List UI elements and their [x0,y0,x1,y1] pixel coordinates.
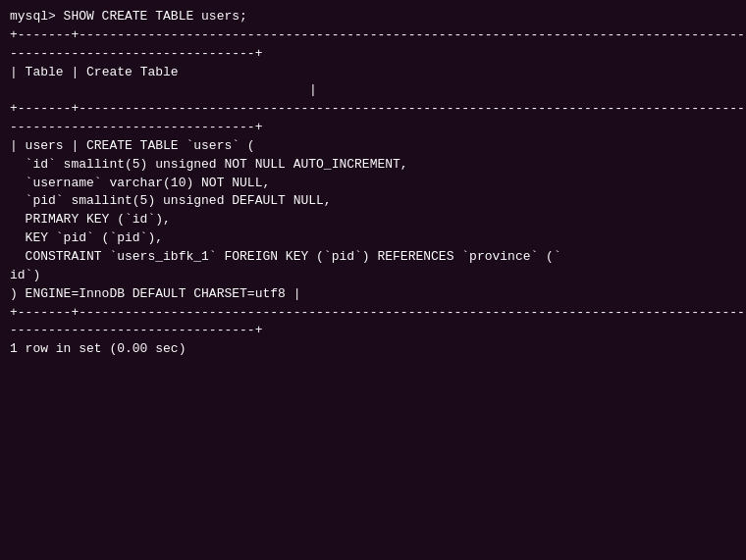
data-row-4: `pid` smallint(5) unsigned DEFAULT NULL, [10,192,736,211]
data-row-2: `id` smallint(5) unsigned NOT NULL AUTO_… [10,156,736,175]
table-header-row: | Table | Create Table | [10,64,736,82]
sep-line-5: +-------+-------------------------------… [10,100,736,119]
terminal-window: mysql> SHOW CREATE TABLE users; +-------… [0,0,746,560]
col-table-label: Table [26,65,64,79]
result-count: 1 row in set (0.00 sec) [10,340,736,359]
data-row-6: KEY `pid` (`pid`), [10,229,736,248]
sep-line-9: +-------+-------------------------------… [10,304,736,323]
sep-line-8: --------------------------------+ [10,119,736,137]
sep-line-1: +-------+-------------------------------… [10,26,736,45]
data-row-1: | users | CREATE TABLE `users` ( [10,137,736,156]
command-prompt: mysql> SHOW CREATE TABLE users; [10,8,736,26]
data-row-3: `username` varchar(10) NOT NULL, [10,175,736,193]
col-create-table-label: Create Table [86,65,179,79]
data-row-5: PRIMARY KEY (`id`), [10,211,736,229]
sep-line-4: --------------------------------+ [10,45,736,64]
data-row-7b: id`) [10,267,736,285]
sep-line-12: --------------------------------+ [10,322,736,340]
center-pipe: | [10,81,736,100]
data-row-7: CONSTRAINT `users_ibfk_1` FOREIGN KEY (`… [10,248,736,267]
data-row-8: ) ENGINE=InnoDB DEFAULT CHARSET=utf8 | [10,285,736,304]
